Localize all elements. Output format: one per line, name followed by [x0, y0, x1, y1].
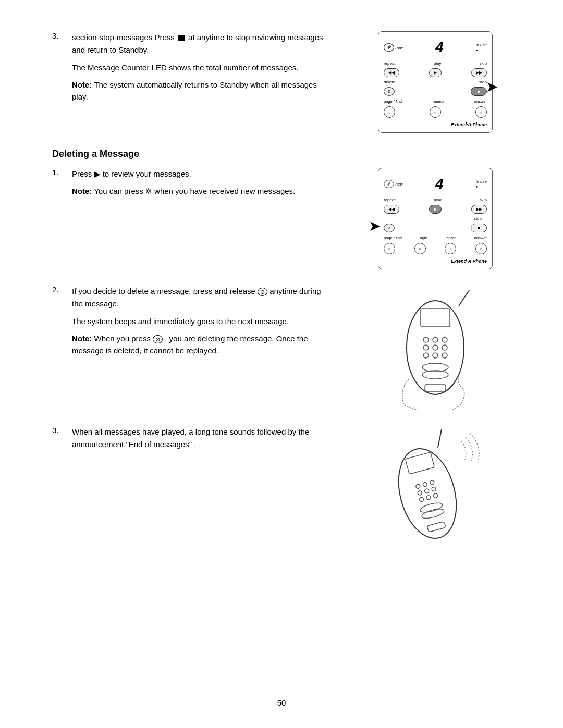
- step-3-number: 3.: [52, 31, 72, 107]
- delete-step-3-row: 3. When all messages have played, a long…: [52, 426, 334, 456]
- device-panel-2: ✲ new 4 in use● repeat play skip ◀◀ ▶: [378, 168, 493, 269]
- delete-step-3-content: 3. When all messages have played, a long…: [52, 426, 344, 561]
- in-use-indicator: in use●: [476, 43, 487, 52]
- svg-point-9: [423, 353, 429, 358]
- page-find-btn-2: ○: [384, 243, 395, 254]
- delete-step-1-section: 1. Press ▶ to review your messages. Note…: [52, 168, 527, 269]
- device-illustration-1: ✲ new 4 in use● repeat play skip ◀◀ ▶: [344, 31, 527, 133]
- answer-label: answer: [474, 99, 487, 104]
- display-number: 4: [435, 39, 444, 56]
- btn-row-2: ◀◀ ▶ ▶▶: [384, 68, 487, 77]
- device-top-2: ✲ new 4 in use●: [384, 174, 487, 194]
- skip-btn: ▶▶: [471, 68, 487, 77]
- svg-rect-14: [425, 384, 446, 392]
- ogm-label: ogm: [420, 236, 427, 240]
- svg-rect-29: [427, 522, 446, 532]
- svg-point-10: [433, 353, 438, 358]
- skip-label-2: skip: [480, 198, 487, 202]
- step-3-row: 3. section-stop-messages Press at anytim…: [52, 31, 334, 107]
- memo-label: memo: [433, 99, 444, 104]
- in-use-indicator-2: in use●: [476, 179, 487, 189]
- page-find-label: page / find: [384, 99, 402, 104]
- page-find-btn: ○: [384, 106, 395, 118]
- asterisk-icon: ✲: [145, 187, 152, 195]
- svg-point-20: [430, 480, 435, 485]
- btn-row-2b: ◀◀ ▶ ▶▶: [384, 205, 487, 214]
- svg-point-8: [442, 345, 447, 350]
- display-number-2: 4: [435, 176, 444, 192]
- svg-point-25: [426, 495, 431, 500]
- delete-circle-icon: ⊘: [258, 288, 267, 296]
- answer-btn-2: ○: [475, 243, 487, 254]
- play-btn-highlighted: ▶: [429, 205, 442, 214]
- delete-circle-icon-2: ⊘: [153, 335, 163, 343]
- device-illustration-2: ✲ new 4 in use● repeat play skip ◀◀ ▶: [344, 168, 527, 269]
- new-indicator: ✲ new: [384, 45, 403, 50]
- btn-row-4: ⊘ ■: [384, 87, 487, 96]
- btn-row-3b: stop: [384, 216, 482, 221]
- delete-step-3-body: When all messages have played, a long to…: [72, 426, 334, 456]
- handset-illustration-1: [344, 285, 527, 410]
- delete-step-3-number: 3.: [52, 426, 72, 456]
- svg-point-22: [424, 488, 430, 493]
- svg-point-5: [442, 337, 447, 342]
- bottom-btn-row-2: page / find ogm memo answer ○ ○ ○ ○: [384, 236, 487, 254]
- note-deleting: Note: When you press ⊘ , you are deletin…: [72, 333, 334, 356]
- star-button: ✲: [384, 43, 394, 52]
- deleting-title-wrapper: Deleting a Message: [52, 149, 527, 159]
- brand-label-1: Extend·A·Phone: [384, 122, 487, 127]
- memo-btn: ○: [430, 106, 441, 118]
- play-arrow-icon: ▶: [94, 169, 101, 178]
- section-title-deleting: Deleting a Message: [52, 149, 139, 159]
- stop-btn-2: ■: [471, 224, 487, 232]
- section-stop-messages: 3. section-stop-messages Press at anytim…: [52, 31, 527, 133]
- svg-line-1: [459, 290, 469, 306]
- delete-step-3-section: 3. When all messages have played, a long…: [52, 426, 527, 561]
- svg-rect-2: [421, 309, 450, 327]
- answer-btn: ○: [475, 106, 487, 118]
- delete-step-2-section: 2. If you decide to delete a message, pr…: [52, 285, 527, 410]
- bottom-btns-2: ○ ○ ○ ○: [384, 243, 487, 254]
- system-beeps-text: The system beeps and immediately goes to…: [72, 315, 334, 328]
- btn-row-3: delete stop: [384, 80, 487, 84]
- svg-point-7: [433, 345, 438, 350]
- stop-icon: [178, 35, 185, 41]
- step-3-body: section-stop-messages Press at anytime t…: [72, 31, 334, 107]
- svg-point-28: [421, 507, 445, 520]
- ogm-btn: ○: [414, 243, 426, 254]
- star-button-2: ✲: [384, 180, 394, 188]
- svg-point-18: [415, 484, 421, 489]
- svg-rect-17: [405, 452, 434, 474]
- svg-point-21: [417, 490, 422, 496]
- svg-point-11: [442, 353, 447, 358]
- bottom-btn-row: page / find memo answer ○ ○ ○: [384, 99, 487, 118]
- delete-step-2-text: If you decide to delete a message, press…: [72, 285, 334, 310]
- bottom-labels: page / find memo answer: [384, 99, 487, 104]
- skip-label: skip: [480, 61, 487, 66]
- step-3-text: section-stop-messages Press at anytime t…: [72, 31, 334, 56]
- svg-point-6: [423, 345, 429, 350]
- delete-label: delete: [384, 80, 395, 84]
- new-label-2: new: [396, 182, 403, 187]
- delete-step-2-content: 2. If you decide to delete a message, pr…: [52, 285, 344, 410]
- arrow-play: ➤: [369, 217, 381, 235]
- stop-messages-content: 3. section-stop-messages Press at anytim…: [52, 31, 344, 133]
- svg-point-4: [433, 337, 438, 342]
- answer-label-2: answer: [474, 236, 487, 240]
- memo-btn-2: ○: [445, 243, 456, 254]
- delete-step-1-number: 1.: [52, 168, 72, 202]
- device-top-1: ✲ new 4 in use●: [384, 37, 487, 58]
- delete-step-1-row: 1. Press ▶ to review your messages. Note…: [52, 168, 334, 202]
- play-btn: ▶: [429, 68, 442, 77]
- btn-row-1b: repeat play skip: [384, 198, 487, 202]
- bottom-labels-2: page / find ogm memo answer: [384, 236, 487, 240]
- svg-point-3: [423, 337, 429, 342]
- brand-label-2: Extend·A·Phone: [384, 258, 487, 264]
- message-counter-text: The Message Counter LED shows the total …: [72, 61, 334, 74]
- repeat-label: repeat: [384, 61, 396, 66]
- delete-step-2-row: 2. If you decide to delete a message, pr…: [52, 285, 334, 361]
- delete-step-1-content: 1. Press ▶ to review your messages. Note…: [52, 168, 344, 269]
- svg-line-16: [434, 429, 446, 448]
- page: 3. section-stop-messages Press at anytim…: [0, 0, 563, 728]
- stop-btn-highlighted: ■: [471, 87, 487, 96]
